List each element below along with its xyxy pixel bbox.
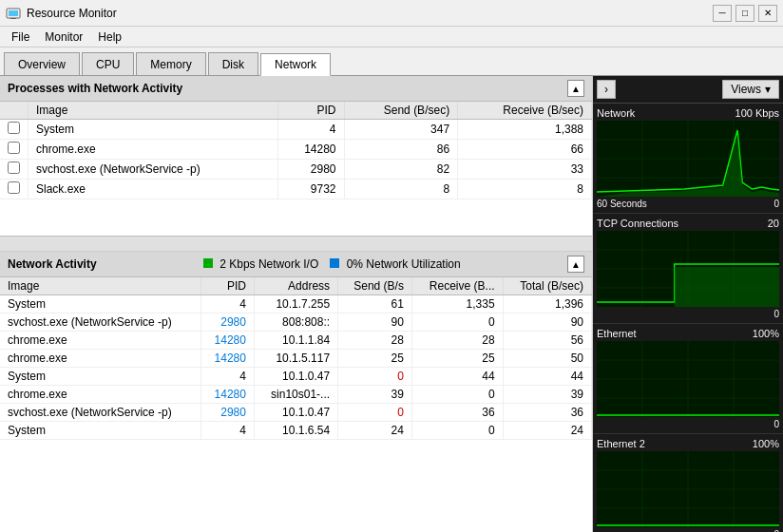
na-row-send: 24 <box>338 422 412 440</box>
col-na-address-header[interactable]: Address <box>254 277 337 295</box>
tab-memory[interactable]: Memory <box>136 52 205 75</box>
na-row-pid: 4 <box>201 422 254 440</box>
list-item: System 4 10.1.0.47 0 44 44 <box>0 368 592 386</box>
close-button[interactable]: ✕ <box>758 5 777 22</box>
na-row-pid: 2980 <box>201 404 254 422</box>
network-activity-title: Network Activity <box>8 257 97 271</box>
app-title: Resource Monitor <box>27 7 117 20</box>
tab-overview[interactable]: Overview <box>4 52 80 75</box>
menu-help[interactable]: Help <box>90 28 129 46</box>
bottom-table-container[interactable]: Image PID Address Send (B/s Receive (B..… <box>0 277 592 532</box>
table-row: Slack.exe 9732 8 8 <box>0 180 592 200</box>
row-checkbox[interactable] <box>0 180 29 200</box>
na-row-pid: 14280 <box>201 332 254 350</box>
na-row-total: 44 <box>503 368 591 386</box>
na-row-pid: 4 <box>201 368 254 386</box>
chart-network-area <box>597 121 779 197</box>
network-status: 2 Kbps Network I/O 0% Network Utilizatio… <box>203 257 461 271</box>
chart-ethernet-area <box>597 341 779 417</box>
views-button[interactable]: Views ▾ <box>722 80 779 99</box>
svg-rect-2 <box>10 18 16 19</box>
row-send: 82 <box>344 160 458 180</box>
na-row-image: chrome.exe <box>0 350 201 368</box>
col-pid-header[interactable]: PID <box>277 102 344 120</box>
menu-file[interactable]: File <box>4 28 37 46</box>
row-pid: 9732 <box>277 180 344 200</box>
col-na-pid-header[interactable]: PID <box>201 277 254 295</box>
na-row-address: sin10s01-... <box>254 386 337 404</box>
list-item: svchost.exe (NetworkService -p) 2980 808… <box>0 314 592 332</box>
chart-tcp-label: TCP Connections <box>597 218 678 229</box>
na-row-receive: 44 <box>411 368 503 386</box>
maximize-button[interactable]: □ <box>735 5 754 22</box>
na-row-address: 10.1.0.47 <box>254 368 337 386</box>
col-na-send-header[interactable]: Send (B/s <box>338 277 412 295</box>
na-row-total: 24 <box>503 422 591 440</box>
horizontal-scrollbar[interactable] <box>0 236 592 251</box>
list-item: chrome.exe 14280 10.1.5.117 25 25 50 <box>0 350 592 368</box>
col-na-image-header[interactable]: Image <box>0 277 201 295</box>
table-row: svchost.exe (NetworkService -p) 2980 82 … <box>0 160 592 180</box>
chart-network-time: 60 Seconds <box>597 199 647 209</box>
chart-ethernet: Ethernet 100% 0 <box>593 324 783 434</box>
chart-ethernet-max: 100% <box>753 328 779 339</box>
na-row-send: 90 <box>338 314 412 332</box>
chart-network: Network 100 Kbps <box>593 104 783 214</box>
na-row-send: 0 <box>338 404 412 422</box>
list-item: chrome.exe 14280 10.1.1.84 28 28 56 <box>0 332 592 350</box>
app-icon <box>6 6 21 21</box>
list-item: System 4 10.1.6.54 24 0 24 <box>0 422 592 440</box>
chart-network-max: 100 Kbps <box>735 107 779 119</box>
chart-ethernet2-label: Ethernet 2 <box>597 438 645 449</box>
row-checkbox[interactable] <box>0 140 29 160</box>
col-receive-header[interactable]: Receive (B/sec) <box>458 102 592 120</box>
na-row-total: 39 <box>503 386 591 404</box>
na-row-address: 10.1.1.84 <box>254 332 337 350</box>
chart-ethernet2-max: 100% <box>753 438 779 449</box>
col-image-header[interactable]: Image <box>29 102 278 120</box>
row-send: 86 <box>344 140 458 160</box>
row-send: 8 <box>344 180 458 200</box>
col-send-header[interactable]: Send (B/sec) <box>344 102 458 120</box>
na-row-send: 61 <box>338 295 412 314</box>
top-section-header: Processes with Network Activity ▲ <box>0 76 592 102</box>
list-item: System 4 10.1.7.255 61 1,335 1,396 <box>0 295 592 314</box>
processes-table: Image PID Send (B/sec) Receive (B/sec) S… <box>0 102 592 200</box>
list-item: chrome.exe 14280 sin10s01-... 39 0 39 <box>0 386 592 404</box>
chart-ethernet-title-row: Ethernet 100% <box>597 328 779 339</box>
row-receive: 33 <box>458 160 592 180</box>
row-checkbox[interactable] <box>0 160 29 180</box>
row-pid: 2980 <box>277 160 344 180</box>
na-row-send: 0 <box>338 368 412 386</box>
top-table-container[interactable]: Image PID Send (B/sec) Receive (B/sec) S… <box>0 102 592 236</box>
chart-tcp-zero: 0 <box>773 309 779 319</box>
na-row-image: svchost.exe (NetworkService -p) <box>0 314 201 332</box>
na-row-total: 56 <box>503 332 591 350</box>
na-row-image: System <box>0 295 201 314</box>
menu-bar: File Monitor Help <box>0 27 783 48</box>
tab-network[interactable]: Network <box>260 53 331 76</box>
na-row-pid: 14280 <box>201 386 254 404</box>
na-row-receive: 1,335 <box>411 295 503 314</box>
na-row-address: 10.1.7.255 <box>254 295 337 314</box>
expand-button[interactable]: › <box>597 80 616 99</box>
row-checkbox[interactable] <box>0 120 29 140</box>
col-na-total-header[interactable]: Total (B/sec) <box>503 277 591 295</box>
na-row-pid: 14280 <box>201 350 254 368</box>
na-row-image: System <box>0 368 201 386</box>
chart-network-label: Network <box>597 107 635 119</box>
left-panel: Processes with Network Activity ▲ Image … <box>0 76 593 532</box>
tab-cpu[interactable]: CPU <box>82 52 134 75</box>
network-io-status: 2 Kbps Network I/O <box>203 257 318 271</box>
tab-disk[interactable]: Disk <box>208 52 258 75</box>
minimize-button[interactable]: ─ <box>713 5 732 22</box>
col-na-receive-header[interactable]: Receive (B... <box>411 277 503 295</box>
menu-monitor[interactable]: Monitor <box>37 28 90 46</box>
top-section: Processes with Network Activity ▲ Image … <box>0 76 592 252</box>
top-collapse-button[interactable]: ▲ <box>567 80 584 97</box>
na-row-total: 1,396 <box>503 295 591 314</box>
tabs-bar: Overview CPU Memory Disk Network <box>0 48 783 76</box>
blue-dot-icon <box>330 258 339 268</box>
green-dot-icon <box>203 258 213 268</box>
bottom-collapse-button[interactable]: ▲ <box>567 256 584 273</box>
